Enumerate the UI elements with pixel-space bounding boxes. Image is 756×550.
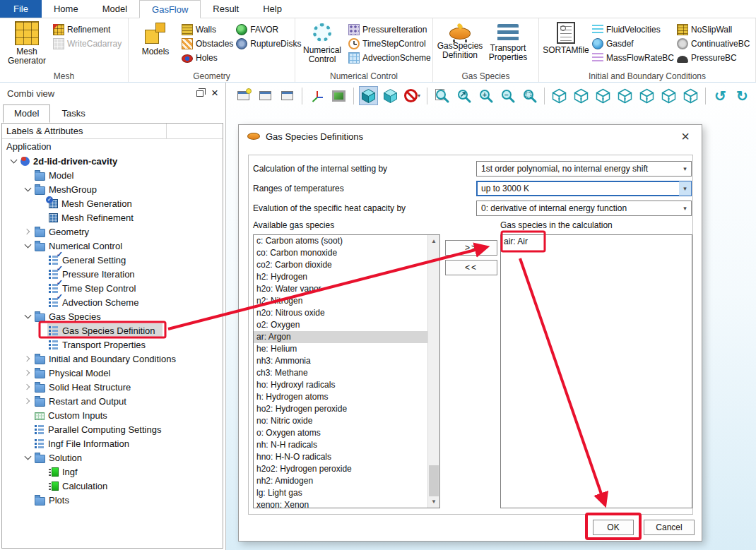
rupturedisks-button[interactable]: RuptureDisks: [236, 37, 301, 50]
species-option[interactable]: co: Carbon monoxide: [254, 247, 439, 259]
zoom-out-button[interactable]: −: [498, 86, 517, 105]
refinement-button[interactable]: Refinement: [53, 23, 122, 36]
favor-button[interactable]: FAVOR: [236, 23, 301, 36]
tree-item-advection-scheme[interactable]: Advection Scheme: [2, 295, 223, 309]
tree-item-parallel-computing-settings[interactable]: Parallel Computing Settings: [2, 422, 223, 436]
tree-item-initial-and-boundary-conditions[interactable]: Initial and Boundary Conditions: [2, 352, 223, 366]
chevron-down-icon[interactable]: [22, 452, 33, 463]
view-back-button[interactable]: [637, 86, 656, 105]
panel-tab-model[interactable]: Model: [3, 104, 50, 123]
close-panel-icon[interactable]: ×: [211, 88, 218, 99]
tree-item-gas-species-definition[interactable]: Gas Species Definition: [2, 323, 223, 337]
view-right-button[interactable]: [593, 86, 613, 105]
chevron-right-icon[interactable]: [22, 381, 33, 393]
holes-button[interactable]: Holes: [182, 51, 233, 64]
view-left-button[interactable]: [572, 86, 591, 105]
zoom-fit-button[interactable]: [432, 86, 451, 105]
species-option[interactable]: xenon: Xenon: [254, 499, 439, 508]
species-option[interactable]: o: Oxygen atoms: [254, 427, 439, 439]
pressureiteration-button[interactable]: PressureIteration: [348, 23, 431, 36]
species-option[interactable]: nh2: Amidogen: [254, 475, 439, 487]
cancel-button[interactable]: Cancel: [644, 520, 695, 535]
chevron-right-icon[interactable]: [22, 395, 33, 407]
tree-item-restart-and-output[interactable]: Restart and Output: [2, 394, 223, 408]
tab-model[interactable]: Model: [90, 0, 139, 18]
internal-setting-combo[interactable]: 1st order polynomial, no internal energy…: [476, 161, 692, 177]
continuativebc-button[interactable]: ContinuativeBC: [677, 37, 750, 50]
new-window-button[interactable]: [234, 86, 253, 105]
tree-item-solid-heat-structure[interactable]: Solid Heat Structure: [2, 380, 223, 394]
species-option[interactable]: c: Carbon atoms (soot): [254, 235, 439, 247]
species-option[interactable]: h: Hydrogen atoms: [254, 391, 439, 403]
species-option[interactable]: h2o2: Hydrogen peroxide: [254, 463, 439, 475]
species-option[interactable]: ho: Hydroxyl radicals: [254, 379, 439, 391]
tab-home[interactable]: Home: [42, 0, 90, 18]
window-split-v-button[interactable]: [278, 86, 297, 105]
species-option[interactable]: h2: Hydrogen: [254, 271, 439, 283]
scroll-down-icon[interactable]: ▼: [428, 496, 439, 508]
fluidvelocities-button[interactable]: FluidVelocities: [592, 23, 674, 36]
tree-item-mesh-refinement[interactable]: Mesh Refinement: [2, 210, 223, 225]
ok-button[interactable]: OK: [593, 520, 634, 535]
tree-item-time-step-control[interactable]: Time Step Control: [2, 281, 223, 295]
scrollbar[interactable]: ▲ ▼: [427, 235, 439, 508]
undo-button[interactable]: ↺: [711, 86, 730, 105]
zoom-in-button[interactable]: +: [476, 86, 495, 105]
disable-display-button[interactable]: ▾: [403, 86, 422, 105]
writecadarray-button[interactable]: WriteCadarray: [53, 37, 122, 50]
tab-file[interactable]: File: [0, 0, 42, 18]
timestepcontrol-button[interactable]: TimeStepControl: [348, 37, 431, 50]
chevron-down-icon[interactable]: [22, 311, 33, 322]
tab-help[interactable]: Help: [251, 0, 294, 18]
massflowratebc-button[interactable]: MassFlowRateBC: [592, 51, 674, 64]
available-species-list[interactable]: ▲ ▼ c: Carbon atoms (soot)co: Carbon mon…: [253, 234, 440, 508]
tree-item-numerical-control[interactable]: Numerical Control: [2, 239, 223, 253]
tree-item-solution[interactable]: Solution: [2, 450, 223, 465]
float-panel-icon[interactable]: [196, 90, 203, 97]
species-option[interactable]: ch3: Methane: [254, 367, 439, 379]
chevron-down-icon[interactable]: [22, 184, 33, 195]
tree-item-gas-species[interactable]: Gas Species: [2, 309, 223, 323]
species-option[interactable]: n2o: Nitrous oxide: [254, 307, 439, 319]
tree-item-custom-inputs[interactable]: Custom Inputs: [2, 408, 223, 422]
tab-result[interactable]: Result: [201, 0, 251, 18]
heat-capacity-combo[interactable]: 0: derivative of internal energy functio…: [476, 201, 692, 216]
view-top-button[interactable]: [659, 86, 678, 105]
species-option[interactable]: o2: Oxygen: [254, 319, 439, 331]
species-option[interactable]: ho2: Hydrogen peroxide: [254, 403, 439, 415]
redo-button[interactable]: ↻: [733, 86, 752, 105]
advectionscheme-button[interactable]: AdvectionScheme: [348, 51, 431, 64]
tree-item-transport-properties[interactable]: Transport Properties: [2, 337, 223, 352]
chevron-right-icon[interactable]: [22, 367, 33, 378]
view-front-button[interactable]: [615, 86, 634, 105]
tree-item-general-setting[interactable]: General Setting: [2, 253, 223, 267]
tree-item-pressure-iteration[interactable]: Pressure Iteration: [2, 267, 223, 281]
pressurebc-button[interactable]: PressureBC: [677, 51, 750, 64]
tree-item-plots[interactable]: Plots: [2, 493, 223, 507]
tree-item-ingf[interactable]: Ingf: [2, 465, 223, 479]
zoom-window-button[interactable]: [520, 86, 539, 105]
tree-item-calculation[interactable]: Calculation: [2, 479, 223, 493]
species-option[interactable]: hno: H-N-O radicals: [254, 451, 439, 463]
tree-item-2d-lid-driven-cavity[interactable]: 2d-lid-driven-cavity: [2, 154, 223, 168]
species-option[interactable]: n2: Nitrogen: [254, 295, 439, 307]
panel-tab-tasks[interactable]: Tasks: [50, 104, 96, 123]
zoom-dynamic-button[interactable]: [454, 86, 473, 105]
scroll-thumb[interactable]: [429, 465, 439, 496]
obstacles-button[interactable]: Obstacles: [182, 37, 233, 50]
species-option[interactable]: no: Nitric oxide: [254, 415, 439, 427]
tree-item-mesh-generation[interactable]: Mesh Generation: [2, 196, 223, 210]
selected-species-list[interactable]: air: Air: [500, 234, 692, 508]
view-iso-button[interactable]: [550, 86, 569, 105]
tree-item-geometry[interactable]: Geometry: [2, 225, 223, 239]
shaded-view-button[interactable]: [359, 86, 378, 105]
tree-item-meshgroup[interactable]: MeshGroup: [2, 182, 223, 196]
dialog-close-button[interactable]: ×: [676, 128, 695, 144]
tree-item-model[interactable]: Model: [2, 168, 223, 182]
species-option[interactable]: co2: Carbon dioxide: [254, 259, 439, 271]
species-option[interactable]: lg: Light gas: [254, 487, 439, 499]
tab-gasflow[interactable]: GasFlow: [139, 0, 201, 18]
scroll-up-icon[interactable]: ▲: [428, 235, 439, 247]
chevron-right-icon[interactable]: [22, 226, 33, 237]
window-split-h-button[interactable]: [256, 86, 275, 105]
